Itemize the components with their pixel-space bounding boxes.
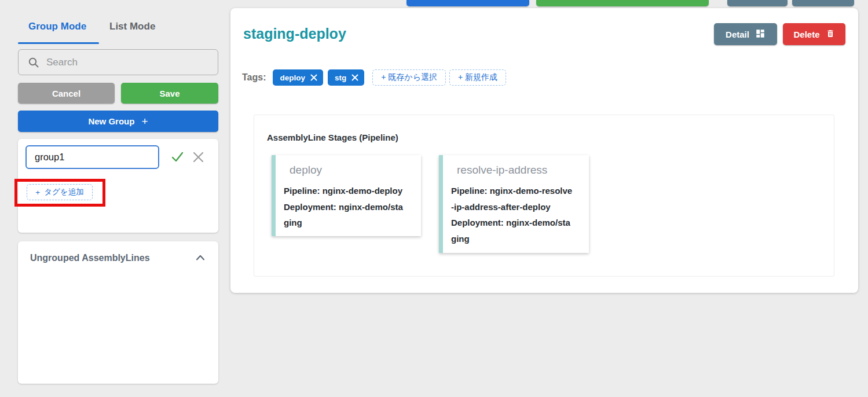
new-group-label: New Group <box>88 116 134 126</box>
page-title: staging-deploy <box>243 25 346 42</box>
select-existing-tag-button[interactable]: + 既存から選択 <box>372 69 446 86</box>
delete-button-label: Delete <box>793 30 819 39</box>
ungrouped-title: Ungrouped AssemblyLines <box>30 253 150 263</box>
create-new-tag-button[interactable]: + 新規作成 <box>449 69 506 86</box>
close-icon[interactable] <box>192 151 204 166</box>
stage-name: resolve-ip-address <box>457 164 547 177</box>
tag-chip-label: deploy <box>280 73 305 82</box>
tag-chip-stg[interactable]: stg <box>328 69 364 86</box>
trash-icon <box>826 28 835 41</box>
active-tab-underline <box>18 42 99 44</box>
stage-card-deploy[interactable]: deploy Pipeline: nginx-demo-deploy Deplo… <box>272 155 421 236</box>
tab-list-mode[interactable]: List Mode <box>109 21 155 32</box>
tags-row: Tags: deploy stg + 既存から選択 + 新規作成 <box>242 69 506 86</box>
stage-detail-line: Deployment: nginx-demo/sta <box>451 215 584 231</box>
tag-chip-deploy[interactable]: deploy <box>273 69 323 86</box>
stage-detail-line: Pipeline: nginx-demo-resolve <box>451 183 584 199</box>
tab-group-mode[interactable]: Group Mode <box>28 21 86 32</box>
stages-title: AssemblyLine Stages (Pipeline) <box>267 133 398 142</box>
stage-card-resolve-ip-address[interactable]: resolve-ip-address Pipeline: nginx-demo-… <box>439 155 589 253</box>
remove-tag-icon[interactable] <box>351 74 358 81</box>
stage-accent-bar <box>439 155 443 253</box>
add-tag-button[interactable]: + タグを追加 <box>27 184 93 200</box>
search-box[interactable] <box>18 49 218 75</box>
cancel-button[interactable]: Cancel <box>18 83 115 104</box>
detail-button[interactable]: Detail <box>714 23 777 45</box>
stage-detail-line: ging <box>284 215 416 231</box>
search-icon <box>28 57 39 68</box>
stage-details: Pipeline: nginx-demo-deploy Deployment: … <box>284 183 416 231</box>
stages-box: AssemblyLine Stages (Pipeline) deploy Pi… <box>254 115 834 277</box>
top-partial-button-slate-1[interactable] <box>727 0 788 6</box>
detail-button-label: Detail <box>726 30 749 39</box>
ungrouped-header[interactable]: Ungrouped AssemblyLines <box>18 241 218 274</box>
delete-button[interactable]: Delete <box>783 23 845 45</box>
stage-detail-line: Pipeline: nginx-demo-deploy <box>284 183 416 199</box>
chevron-up-icon <box>195 253 206 263</box>
group-name-input[interactable] <box>25 145 159 169</box>
search-input[interactable] <box>46 57 211 68</box>
top-partial-button-green[interactable] <box>536 0 709 6</box>
tags-label: Tags: <box>242 72 266 83</box>
remove-tag-icon[interactable] <box>310 74 317 81</box>
save-button[interactable]: Save <box>121 83 218 104</box>
top-partial-button-slate-2[interactable] <box>792 0 854 6</box>
stage-detail-line: Deployment: nginx-demo/sta <box>284 199 416 215</box>
stage-accent-bar <box>272 155 276 236</box>
assemblyline-detail-panel: staging-deploy Detail Delete Tags: deplo… <box>230 8 858 293</box>
plus-icon: + <box>141 115 148 128</box>
add-tag-label: タグを追加 <box>44 187 83 197</box>
stage-detail-line: -ip-address-after-deploy <box>451 199 584 215</box>
dashboard-icon <box>755 28 766 41</box>
tag-chip-label: stg <box>335 73 346 82</box>
new-group-button[interactable]: New Group + <box>18 111 218 132</box>
plus-icon: + <box>35 188 40 197</box>
stage-details: Pipeline: nginx-demo-resolve -ip-address… <box>451 183 584 247</box>
ungrouped-assemblylines-card: Ungrouped AssemblyLines production-deplo… <box>18 241 218 384</box>
stage-detail-line: ging <box>451 231 584 247</box>
stage-name: deploy <box>290 164 322 177</box>
confirm-check-icon[interactable] <box>170 150 185 166</box>
top-partial-button-blue[interactable] <box>406 0 529 6</box>
